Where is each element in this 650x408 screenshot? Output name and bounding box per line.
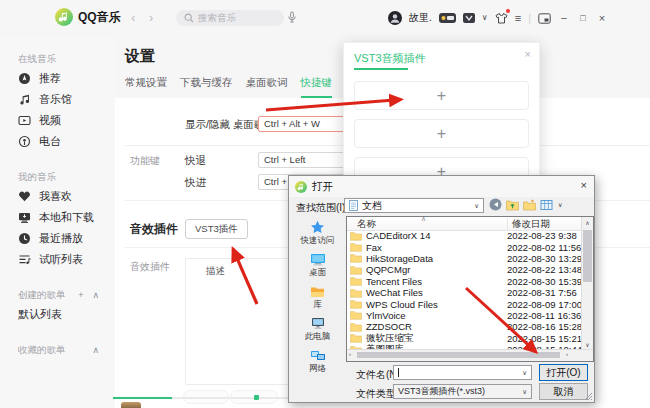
file-list-rows: CADEditorX 14 2022-08-23 9:38 Fax 2022-0… [347,230,582,350]
look-in-dropdown[interactable]: 文档 ∨ [344,198,484,213]
qq-music-logo-icon [55,8,73,26]
sidebar-item-video[interactable]: 视频 [18,110,115,131]
view-menu-icon[interactable] [540,199,554,211]
add-plugin-slot[interactable]: + [354,81,529,110]
sidebar-item-radio[interactable]: 电台 [18,131,115,152]
file-name: Tencent Files [366,276,422,287]
tab-shortcuts[interactable]: 快捷键 [301,76,333,98]
folder-icon [350,322,362,332]
player-album-art[interactable] [121,402,141,408]
vst3-panel-title: VST3音频插件 [354,51,426,66]
search-input[interactable]: 搜索音乐 [176,10,284,26]
vip-badge-icon[interactable] [463,13,475,23]
scrollbar-thumb[interactable] [357,352,560,358]
scroll-right-icon[interactable]: › [566,351,568,357]
file-row[interactable]: YlmVoice 2022-08-11 16:36 [347,310,582,321]
place-quick-access[interactable]: 快速访问 [301,220,335,247]
sidebar: 在线音乐 推荐 音乐馆 视频 电台 我的音乐 我喜欢 [0,36,115,408]
file-name-input[interactable]: ∨ [393,365,532,380]
file-row[interactable]: HikStorageData 2022-08-30 13:29 [347,253,582,264]
resize-grip[interactable] [584,392,593,401]
dropdown-arrow-icon: ∨ [474,202,479,210]
sidebar-item-local-downloads[interactable]: 本地和下载 [18,207,115,228]
app-logo: QQ音乐 [55,8,121,26]
theme-skin-icon[interactable] [495,12,508,24]
collapse-icon[interactable]: ∧ [92,345,99,355]
file-row[interactable]: WPS Cloud Files 2022-08-09 17:00 [347,298,582,309]
playlist-icon [18,253,31,266]
close-icon[interactable]: × [525,48,531,60]
main-menu-icon[interactable]: ≡ [515,13,521,24]
dialog-title: 打开 [312,180,333,194]
compass-icon [18,72,31,85]
file-row[interactable]: WeChat Files 2022-08-31 7:56 [347,287,582,298]
file-date: 2022-08-02 11:56 [507,242,581,253]
cancel-button[interactable]: 取消 [539,383,588,400]
folder-icon [350,288,362,298]
tab-download-cache[interactable]: 下载与缓存 [180,76,233,98]
mini-player-icon[interactable] [538,13,551,24]
file-row[interactable]: Tencent Files 2022-08-30 15:39 [347,276,582,287]
dialog-toolbar: ∨ [489,198,562,211]
dialog-titlebar[interactable]: 打开 [289,176,594,197]
scroll-left-icon[interactable]: ‹ [349,351,351,357]
sidebar-header-my-music: 我的音乐 [18,168,115,186]
file-row[interactable]: Fax 2022-08-02 11:56 [347,241,582,252]
sidebar-item-favorites[interactable]: 我喜欢 [18,186,115,207]
dropdown-arrow-icon: ∨ [522,388,527,396]
sidebar-item-default-playlist[interactable]: 默认列表 [18,304,115,325]
place-libraries[interactable]: 库 [310,285,325,311]
vst3-plugin-button[interactable]: VST3插件 [185,219,248,239]
nav-forward-icon[interactable]: › [149,10,153,25]
open-button[interactable]: 打开(O) [539,364,588,381]
scrollbar-thumb[interactable] [583,230,592,282]
go-back-icon[interactable] [489,198,502,211]
folder-icon [350,231,362,241]
sort-ascending-icon[interactable]: ∧ [421,215,426,223]
nav-back-icon[interactable]: ‹ [131,10,135,25]
new-folder-icon[interactable] [523,199,536,211]
hotkey-label-rewind: 快退 [185,154,206,168]
avatar[interactable] [388,11,402,25]
add-playlist-icon[interactable]: + [78,290,83,300]
vertical-scrollbar[interactable]: ∧ ∨ [581,217,593,350]
place-network[interactable]: 网络 [309,349,326,375]
scroll-up-icon[interactable]: ∧ [582,219,593,226]
close-button[interactable]: × [596,12,608,24]
scroll-down-icon[interactable]: ∨ [582,341,593,348]
hotkey-input-rewind[interactable]: Ctrl + Left [258,152,349,168]
file-row[interactable]: QQPCMgr 2022-08-22 13:48 [347,264,582,275]
place-desktop[interactable]: 桌面 [309,253,326,279]
sidebar-item-music-hall[interactable]: 音乐馆 [18,89,115,110]
sidebar-item-recommend[interactable]: 推荐 [18,68,115,89]
vip-level-badge-icon[interactable] [439,13,456,23]
tab-desktop-lyrics[interactable]: 桌面歌词 [246,76,288,98]
place-this-pc[interactable]: 此电脑 [305,317,331,343]
collapse-icon[interactable]: ∧ [92,290,99,300]
up-one-level-icon[interactable] [506,199,519,211]
sidebar-item-recent[interactable]: 最近播放 [18,228,115,249]
username[interactable]: 故里. [409,11,432,25]
minimize-button[interactable]: − [558,12,570,24]
file-type-dropdown[interactable]: VST3音频插件(*.vst3) ∨ [393,384,532,399]
clock-icon [18,232,31,245]
topbar: QQ音乐 ‹ › 搜索音乐 故里. ∨ [0,0,650,36]
file-row[interactable]: CADEditorX 14 2022-08-23 9:38 [347,230,582,241]
tab-general[interactable]: 常规设置 [125,76,167,98]
hotkey-input-desktop-lyrics[interactable]: Ctrl + Alt + W [258,116,349,132]
file-date: 2022-08-16 15:28 [507,321,582,332]
group-label-function-keys: 功能键 [130,154,160,168]
add-plugin-slot[interactable]: + [354,119,529,148]
file-name: Fax [366,242,382,253]
player-progress-handle[interactable] [254,395,259,400]
dialog-close-button[interactable]: × [581,179,587,191]
vst3-plugin-panel: VST3音频插件 × + + + [343,42,540,194]
maximize-button[interactable]: □ [577,13,589,23]
file-date: 2022-08-11 16:36 [507,310,581,321]
chevron-down-icon[interactable]: ∨ [482,14,488,22]
sidebar-item-listen-list[interactable]: 试听列表 [18,249,115,270]
dropdown-arrow-icon[interactable]: ∨ [558,201,562,208]
horizontal-scrollbar[interactable]: ‹ › [347,349,593,361]
voice-search-icon[interactable] [286,11,298,24]
text-cursor [398,368,399,377]
